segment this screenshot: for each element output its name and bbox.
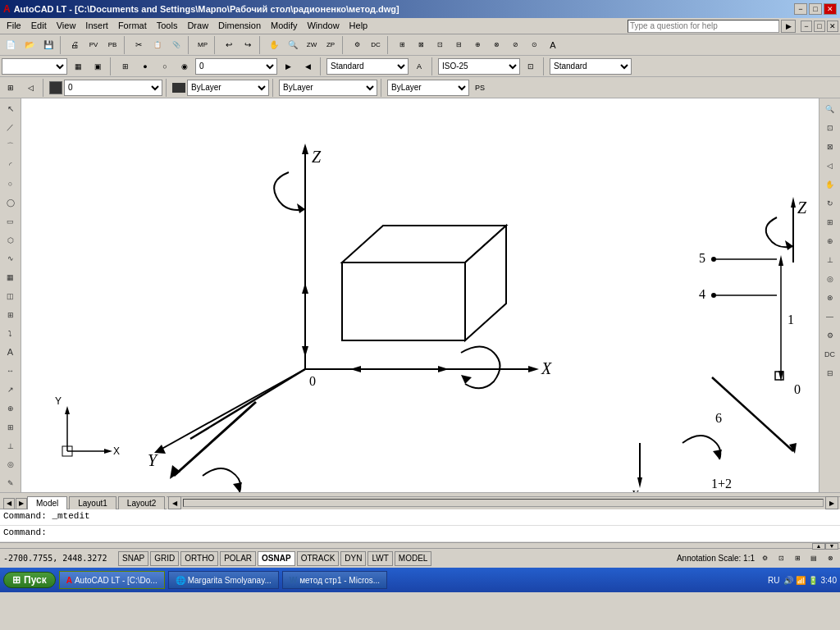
- rt-adcenter[interactable]: DC: [821, 345, 839, 363]
- rt-grid[interactable]: ⊞: [821, 213, 839, 231]
- tb-open[interactable]: 📂: [21, 36, 39, 54]
- lt-polar[interactable]: ◎: [2, 455, 20, 473]
- layer-select[interactable]: 0: [195, 58, 277, 75]
- tb-pan[interactable]: ✋: [265, 36, 283, 54]
- rt-zoom-window[interactable]: ⊡: [821, 119, 839, 137]
- menu-help[interactable]: Help: [345, 19, 373, 32]
- layer-name-select[interactable]: 0: [64, 80, 162, 96]
- cmdscroll-up[interactable]: ▲: [812, 543, 825, 550]
- lt-pointer[interactable]: ↖: [2, 100, 20, 118]
- minimize-button[interactable]: −: [794, 3, 807, 15]
- rt-toolpalettes[interactable]: ⊟: [821, 364, 839, 382]
- lt-rectangle[interactable]: ▭: [2, 212, 20, 231]
- tb-redo[interactable]: ↪: [239, 36, 257, 54]
- rt-ortho[interactable]: ⊥: [821, 251, 839, 269]
- lt-region[interactable]: ◫: [2, 287, 20, 305]
- tb-preview[interactable]: PV: [84, 36, 103, 54]
- tb-publish[interactable]: PB: [103, 36, 121, 54]
- polar-button[interactable]: POLAR: [220, 551, 256, 566]
- doc-maximize-button[interactable]: □: [814, 21, 825, 32]
- rt-properties[interactable]: ⚙: [821, 326, 839, 345]
- lt-ellipse[interactable]: ◯: [2, 194, 20, 212]
- lineweight-select[interactable]: ByLayer: [387, 80, 469, 96]
- doc-close-button[interactable]: ✕: [827, 21, 838, 32]
- tab-layout2[interactable]: Layout2: [118, 496, 166, 509]
- lt-block[interactable]: ⊞: [2, 306, 20, 324]
- tray-icon1[interactable]: 🔊: [783, 576, 793, 585]
- tb-layer-ctrl[interactable]: ▶: [279, 57, 297, 75]
- menu-dimension[interactable]: Dimension: [213, 19, 266, 32]
- tb-extra4[interactable]: ⊟: [450, 36, 468, 54]
- tb-paste[interactable]: 📎: [167, 36, 185, 54]
- menu-format[interactable]: Format: [113, 19, 152, 32]
- lt-text[interactable]: A: [2, 344, 20, 362]
- dyn-button[interactable]: DYN: [340, 551, 366, 566]
- tb-new[interactable]: 📄: [2, 36, 20, 54]
- rt-lweight[interactable]: —: [821, 308, 839, 326]
- canvas-area[interactable]: Z X Y 0: [21, 98, 819, 492]
- grid-button[interactable]: GRID: [150, 551, 179, 566]
- rt-zoom-prev[interactable]: ◁: [821, 157, 839, 175]
- rt-polar[interactable]: ◎: [821, 270, 839, 288]
- drawing-canvas[interactable]: Z X Y 0: [21, 98, 819, 492]
- tb-zoom-prev[interactable]: ZP: [322, 36, 340, 54]
- snap-button[interactable]: SNAP: [118, 551, 148, 566]
- tab-model[interactable]: Model: [27, 496, 67, 509]
- tb-layer-btn2[interactable]: ●: [136, 57, 154, 75]
- tb-matchprop[interactable]: MP: [194, 36, 212, 54]
- taskbar-word[interactable]: W метод стр1 - Micros...: [282, 571, 387, 589]
- tab-scroll-right[interactable]: ▶: [16, 498, 27, 509]
- rt-orbit[interactable]: ↻: [821, 194, 839, 212]
- linetype-select[interactable]: ByLayer: [279, 80, 377, 96]
- menu-file[interactable]: File: [2, 19, 26, 32]
- tb-layers-panel[interactable]: ⊞: [2, 79, 20, 97]
- tb-extra8[interactable]: ⊙: [525, 36, 543, 54]
- rt-osnap[interactable]: ⊗: [821, 289, 839, 307]
- tb-extra3[interactable]: ⊡: [431, 36, 449, 54]
- help-search-input[interactable]: [628, 20, 779, 33]
- tb-adcenter[interactable]: DC: [367, 36, 385, 54]
- tb-extra6[interactable]: ⊗: [487, 36, 505, 54]
- tb-select-misc[interactable]: [2, 58, 67, 75]
- lt-leader[interactable]: ↗: [2, 381, 20, 399]
- start-button[interactable]: ⊞ Пуск: [3, 572, 56, 588]
- tb-dimstyle-btn[interactable]: ⊡: [522, 57, 540, 75]
- status-extra2[interactable]: ⊞: [791, 552, 804, 565]
- rt-snap[interactable]: ⊕: [821, 232, 839, 250]
- tb-extra5[interactable]: ⊕: [468, 36, 486, 54]
- hscroll-right[interactable]: ▶: [825, 496, 838, 509]
- tab-layout1[interactable]: Layout1: [69, 496, 116, 509]
- tb-zoom-window[interactable]: ZW: [303, 36, 321, 54]
- menu-view[interactable]: View: [52, 19, 81, 32]
- tb-layer-btn[interactable]: ⊞: [116, 57, 135, 75]
- help-search-button[interactable]: ▶: [781, 20, 796, 33]
- lwt-button[interactable]: LWT: [368, 551, 392, 566]
- lt-circle[interactable]: ○: [2, 175, 20, 193]
- tb-layer-ctrl2[interactable]: ◀: [299, 57, 317, 75]
- taskbar-mozilla[interactable]: 🌐 Margarita Smolyanay...: [168, 571, 279, 589]
- lt-snap[interactable]: ⊕: [2, 399, 20, 418]
- annotation-scale-btn[interactable]: ⚙: [758, 552, 771, 565]
- lt-dim[interactable]: ↔: [2, 362, 20, 380]
- tb-textstyle-btn[interactable]: A: [410, 57, 428, 75]
- tb-extra2[interactable]: ⊠: [412, 36, 430, 54]
- tb-cut[interactable]: ✂: [130, 36, 148, 54]
- tb-layer-prev[interactable]: ◁: [21, 79, 39, 97]
- tb-copy[interactable]: 📋: [148, 36, 167, 54]
- tray-icon2[interactable]: 📶: [796, 576, 806, 585]
- lt-line[interactable]: ／: [2, 119, 20, 137]
- menu-modify[interactable]: Modify: [266, 19, 302, 32]
- tb-layer-btn4[interactable]: ◉: [176, 57, 194, 75]
- menu-edit[interactable]: Edit: [26, 19, 52, 32]
- rt-zoom-realtime[interactable]: 🔍: [821, 100, 839, 118]
- lt-spline[interactable]: ∿: [2, 250, 20, 268]
- tb-icon-misc2[interactable]: ▣: [89, 57, 107, 75]
- menu-window[interactable]: Window: [302, 19, 344, 32]
- tb-properties[interactable]: ⚙: [348, 36, 366, 54]
- dim-style-select[interactable]: ISO-25: [438, 58, 520, 75]
- lt-modify[interactable]: ✎: [2, 474, 20, 492]
- tray-icon3[interactable]: 🔋: [808, 576, 818, 585]
- rt-pan[interactable]: ✋: [821, 176, 839, 194]
- lt-hatch[interactable]: ▦: [2, 268, 20, 286]
- ortho-button[interactable]: ORTHO: [180, 551, 218, 566]
